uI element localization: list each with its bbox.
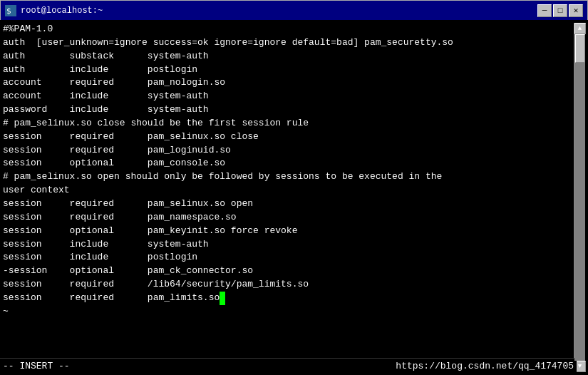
terminal-line: session optional pam_keyinit.so force re… <box>3 225 574 238</box>
terminal-line: session required pam_namespace.so <box>3 211 574 225</box>
url-display: https://blog.csdn.net/qq_4174705 <box>396 360 574 372</box>
terminal-line: account include system-auth <box>3 90 574 103</box>
terminal-line: # pam_selinux.so open should only be fol… <box>3 170 574 184</box>
terminal-line: # pam_selinux.so close should be the fir… <box>3 117 574 130</box>
terminal[interactable]: #%PAM-1.0auth [user_unknown=ignore succe… <box>0 20 588 375</box>
status-line: -- INSERT -- https://blog.csdn.net/qq_41… <box>3 358 574 372</box>
terminal-line: auth substack system-auth <box>3 50 574 63</box>
scrollbar[interactable]: ▲ ▼ <box>574 23 585 372</box>
terminal-line: user context <box>3 184 574 197</box>
titlebar-controls: ─ □ ✕ <box>537 4 583 17</box>
terminal-line: auth include postlogin <box>3 63 574 77</box>
terminal-line: session required /lib64/security/pam_lim… <box>3 278 574 292</box>
close-button[interactable]: ✕ <box>569 4 583 17</box>
scroll-thumb[interactable] <box>575 34 585 63</box>
maximize-button[interactable]: □ <box>553 4 567 17</box>
terminal-line: session required pam_selinux.so close <box>3 130 574 144</box>
terminal-line: password include system-auth <box>3 103 574 117</box>
scroll-up-button[interactable]: ▲ <box>574 23 586 34</box>
terminal-content: #%PAM-1.0auth [user_unknown=ignore succe… <box>3 23 574 372</box>
tilde-line: ~ <box>3 305 574 319</box>
terminal-lines: #%PAM-1.0auth [user_unknown=ignore succe… <box>3 23 574 305</box>
cursor <box>220 292 225 305</box>
window: $ root@localhost:~ ─ □ ✕ #%PAM-1.0auth [… <box>0 0 588 375</box>
terminal-line: #%PAM-1.0 <box>3 23 574 36</box>
terminal-line: session required pam_limits.so <box>3 292 574 305</box>
terminal-line: -session optional pam_ck_connector.so <box>3 264 574 278</box>
terminal-icon: $ <box>5 5 16 16</box>
terminal-line: auth [user_unknown=ignore success=ok ign… <box>3 36 574 50</box>
window-title: root@localhost:~ <box>21 6 103 16</box>
minimize-button[interactable]: ─ <box>537 4 552 17</box>
terminal-line: session required pam_selinux.so open <box>3 197 574 211</box>
svg-text:$: $ <box>6 6 11 16</box>
terminal-line: session optional pam_console.so <box>3 157 574 170</box>
terminal-line: account required pam_nologin.so <box>3 76 574 90</box>
insert-mode-indicator: -- INSERT -- <box>3 360 70 372</box>
scroll-track[interactable] <box>574 34 585 361</box>
terminal-line: session include postlogin <box>3 251 574 264</box>
terminal-line: session required pam_loginuid.so <box>3 144 574 158</box>
terminal-line: session include system-auth <box>3 238 574 252</box>
titlebar-left: $ root@localhost:~ <box>5 5 103 16</box>
titlebar: $ root@localhost:~ ─ □ ✕ <box>0 0 588 20</box>
